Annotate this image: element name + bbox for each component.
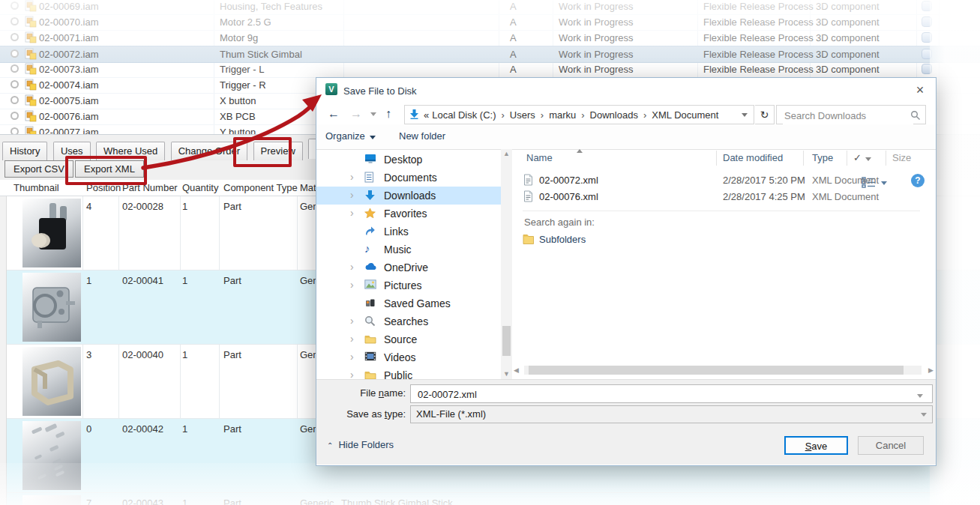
breadcrumb-segment[interactable]: XML Document (650, 109, 720, 121)
header-divider[interactable] (886, 151, 886, 166)
header-divider[interactable] (803, 151, 804, 166)
file-row[interactable]: 02-00072.xml 2/28/2017 5:20 PM XML Docum… (512, 172, 932, 189)
new-folder-button[interactable]: New folder (399, 130, 445, 142)
status-radio[interactable] (10, 33, 19, 41)
cancel-button[interactable]: Cancel (858, 436, 924, 455)
file-row[interactable]: 02-00076.xml 2/28/2017 4:25 PM XML Docum… (512, 189, 932, 205)
row-checkbox[interactable] (922, 64, 932, 74)
tab-change-order[interactable]: Change Order (171, 142, 247, 160)
bom-header-component-type[interactable]: Component Type (223, 182, 298, 193)
recent-locations-chevron-icon[interactable] (370, 112, 376, 116)
table-row[interactable]: 02-00073.iam Trigger - L A Work in Progr… (0, 61, 980, 78)
expander-chevron-icon[interactable]: › (350, 207, 354, 219)
expander-chevron-icon[interactable]: › (350, 171, 354, 183)
bom-row[interactable]: 7 02-00043 1 Part Generic Thumb Stick Gi… (0, 493, 980, 505)
row-checkbox[interactable] (922, 16, 932, 27)
status-radio[interactable] (10, 1, 19, 10)
column-header-type[interactable]: Type (812, 152, 833, 163)
search-icon[interactable] (910, 110, 921, 123)
row-checkbox[interactable] (922, 32, 932, 43)
sidebar-item-saved-games[interactable]: Saved Games (316, 294, 502, 312)
scrollbar-thumb[interactable] (529, 366, 904, 375)
sidebar-item-public[interactable]: › Public (316, 366, 502, 379)
sidebar-item-downloads[interactable]: › Downloads (316, 187, 502, 205)
row-selector[interactable] (0, 270, 7, 345)
table-row-selected[interactable]: 02-00072.iam Thum Stick Gimbal A Work in… (0, 46, 980, 63)
status-radio[interactable] (10, 80, 19, 88)
export-csv-button[interactable]: Export CSV (4, 160, 73, 178)
tree-scrollbar-thumb[interactable] (502, 326, 511, 356)
back-button[interactable]: ← (328, 107, 340, 121)
sidebar-item-source[interactable]: › Source (316, 330, 502, 348)
tab-history[interactable]: History (2, 142, 47, 160)
status-radio[interactable] (10, 17, 19, 25)
row-selector[interactable] (0, 345, 7, 419)
hide-folders-button[interactable]: ⌃Hide Folders (327, 439, 394, 450)
status-radio[interactable] (10, 64, 19, 73)
expander-chevron-icon[interactable]: › (350, 279, 354, 291)
table-row[interactable]: 02-00071.iam Motor 9g A Work in Progress… (0, 30, 980, 46)
row-selector[interactable] (0, 196, 7, 270)
bom-header-position[interactable]: Position (86, 182, 121, 193)
horizontal-scrollbar[interactable]: ◀ ▶ (514, 365, 934, 375)
column-header-name[interactable]: Name (526, 152, 553, 163)
file-name-dropdown-chevron-icon[interactable] (917, 394, 923, 398)
sidebar-item-onedrive[interactable]: › OneDrive (316, 258, 502, 276)
up-button[interactable]: ↑ (385, 107, 391, 121)
column-header-size[interactable]: Size (892, 152, 911, 163)
expander-chevron-icon[interactable]: › (350, 261, 354, 273)
export-xml-button[interactable]: Export XML (75, 160, 144, 178)
type-filter-chevron-icon[interactable] (865, 157, 871, 161)
breadcrumb-segment[interactable]: Downloads (589, 109, 640, 121)
expander-chevron-icon[interactable]: › (350, 315, 354, 327)
tab-where-used[interactable]: Where Used (96, 142, 165, 160)
sidebar-item-searches[interactable]: › Searches (316, 312, 502, 330)
column-header-date-modified[interactable]: Date modified (723, 152, 783, 163)
tab-preview[interactable]: Preview (253, 142, 303, 160)
sidebar-item-favorites[interactable]: › Favorites (316, 205, 502, 223)
save-button[interactable]: Save (784, 436, 848, 455)
row-selector[interactable] (0, 419, 7, 493)
bom-header-quantity[interactable]: Quantity (182, 182, 218, 193)
expander-chevron-icon[interactable]: › (350, 333, 354, 345)
type-filter-check-icon[interactable]: ✓ (853, 152, 862, 163)
sidebar-item-music[interactable]: ♪ Music (316, 241, 502, 258)
status-radio[interactable] (10, 96, 19, 104)
row-checkbox[interactable] (922, 1, 932, 11)
breadcrumb-segment[interactable]: Users (508, 109, 537, 121)
expander-chevron-icon[interactable]: › (350, 351, 354, 363)
row-checkbox[interactable] (922, 49, 932, 59)
bom-header-part-number[interactable]: Part Number (122, 182, 178, 193)
expander-chevron-icon[interactable]: › (350, 369, 354, 379)
table-row[interactable]: 02-00070.iam Motor 2.5 G A Work in Progr… (0, 14, 980, 31)
expander-chevron-icon[interactable]: › (350, 189, 354, 201)
save-as-type-dropdown[interactable]: XML-File (*.xml) (410, 405, 933, 423)
sidebar-item-pictures[interactable]: › Pictures (316, 276, 502, 294)
tree-scrollbar[interactable]: ▲ ▼ (501, 149, 512, 379)
sidebar-item-videos[interactable]: › Videos (316, 348, 502, 366)
scroll-left-icon[interactable]: ◀ (514, 366, 519, 374)
organize-menu[interactable]: Organize (325, 130, 376, 142)
forward-button[interactable]: → (350, 107, 362, 121)
breadcrumb-dropdown-chevron-icon[interactable] (742, 113, 748, 117)
header-divider[interactable] (847, 151, 847, 166)
row-selector[interactable] (0, 493, 7, 505)
file-name-input[interactable] (416, 387, 914, 402)
search-input[interactable] (783, 106, 913, 124)
bom-header-thumbnail[interactable]: Thumbnail (13, 182, 59, 193)
table-row[interactable]: 02-00069.iam Housing, Tech Features A Wo… (0, 0, 980, 15)
sidebar-item-links[interactable]: Links (316, 223, 502, 241)
sidebar-item-documents[interactable]: › Documents (316, 169, 502, 187)
breadcrumb-segment[interactable]: marku (547, 109, 577, 121)
status-radio[interactable] (10, 49, 19, 58)
close-icon[interactable]: × (912, 82, 928, 98)
breadcrumb-segment[interactable]: Local Disk (C:) (430, 109, 497, 121)
scroll-right-icon[interactable]: ▶ (928, 366, 934, 374)
tab-uses[interactable]: Uses (53, 142, 91, 160)
breadcrumb[interactable]: « Local Disk (C:) › Users › marku › Down… (404, 105, 754, 124)
status-radio[interactable] (10, 112, 19, 120)
refresh-button[interactable]: ↻ (755, 105, 775, 124)
header-divider[interactable] (716, 151, 717, 166)
sidebar-item-desktop[interactable]: Desktop (316, 151, 502, 169)
save-as-type-chevron-icon[interactable] (921, 413, 927, 417)
